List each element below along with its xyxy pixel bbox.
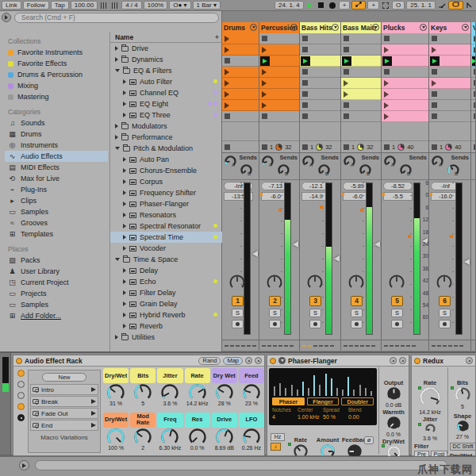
- dc-shift-button[interactable]: DC Shift: [450, 443, 476, 451]
- sidebar-item-clips[interactable]: ▸Clips: [5, 195, 108, 206]
- new-plus-button[interactable]: +: [367, 1, 379, 10]
- clip-slot[interactable]: [300, 111, 340, 122]
- arm-button[interactable]: [351, 320, 363, 328]
- volume-fader-handle[interactable]: [334, 255, 340, 262]
- rand-button[interactable]: Rand: [198, 357, 221, 365]
- sidebar-item-audio-effects[interactable]: ∿Audio Effects: [5, 151, 108, 162]
- track-header[interactable]: Bass Hits: [300, 22, 340, 33]
- clip-slot[interactable]: [382, 100, 428, 111]
- clip-slot[interactable]: [300, 89, 340, 100]
- link-button[interactable]: Link: [2, 1, 21, 10]
- sidebar-item-current-project[interactable]: ◳Current Project: [5, 277, 108, 288]
- tree-item-phaser-flanger[interactable]: Phaser-Flanger: [110, 198, 222, 209]
- send-b-knob[interactable]: [317, 163, 331, 177]
- save-preset-icon[interactable]: [255, 357, 262, 364]
- sidebar-item-templates[interactable]: ⊞Templates: [5, 228, 108, 240]
- track-menu-icon[interactable]: [372, 24, 379, 31]
- tree-item-corpus[interactable]: Corpus: [110, 176, 222, 187]
- device-on-led[interactable]: [16, 358, 22, 364]
- track-menu-icon[interactable]: [290, 24, 298, 31]
- volume-field[interactable]: -5.5: [383, 192, 413, 201]
- tree-item-resonators[interactable]: Resonators: [110, 209, 222, 221]
- clip-slot[interactable]: [429, 89, 470, 100]
- pan-knob[interactable]: [228, 274, 246, 291]
- macro-knob-feed[interactable]: Feed23 %: [239, 368, 264, 411]
- show-chains-icon[interactable]: [17, 392, 25, 399]
- record-button[interactable]: [328, 1, 337, 10]
- overdub-plus-button[interactable]: +: [339, 1, 351, 10]
- sidebar-item-packs[interactable]: ▧Packs: [5, 255, 108, 266]
- nudge-down-icon[interactable]: [99, 1, 109, 10]
- track-menu-icon[interactable]: [332, 24, 339, 31]
- track-activator-button[interactable]: 6: [439, 296, 451, 306]
- time-signature-field[interactable]: 4 / 4: [121, 1, 142, 10]
- clip-slot[interactable]: [341, 100, 381, 111]
- macro-knob[interactable]: [188, 428, 207, 447]
- nudge-up-icon[interactable]: [110, 1, 120, 10]
- show-macros-icon[interactable]: [17, 381, 25, 388]
- macro-knob-rate[interactable]: Rate14.2 kHz: [185, 368, 210, 411]
- clip-slot[interactable]: [382, 33, 428, 44]
- quantization-menu[interactable]: 1 Bar ▾: [193, 1, 221, 10]
- stop-all-clips-icon[interactable]: [344, 144, 349, 150]
- stop-all-clips-icon[interactable]: [432, 144, 437, 150]
- phaser-knob-warmth[interactable]: Warmth0.0 %: [380, 409, 407, 437]
- send-a-knob[interactable]: [343, 155, 356, 168]
- arm-button[interactable]: [269, 320, 281, 328]
- track-header[interactable]: Plucks: [382, 22, 428, 33]
- macro-knob-bits[interactable]: Bits5: [130, 368, 155, 411]
- sidebar-item-mixing[interactable]: Mixing: [5, 80, 108, 91]
- collapsed-arrow-icon[interactable]: [115, 46, 118, 51]
- collapsed-arrow-icon[interactable]: [115, 135, 118, 140]
- sidebar-item-user-library[interactable]: ♟User Library: [5, 266, 108, 277]
- solo-button[interactable]: S: [232, 309, 244, 317]
- track-menu-icon[interactable]: [420, 24, 427, 31]
- track-header[interactable]: Keys: [429, 22, 470, 33]
- capture-midi-button[interactable]: O: [392, 1, 405, 10]
- arm-button[interactable]: [232, 320, 244, 328]
- clip-slot[interactable]: [471, 89, 475, 100]
- device-on-led[interactable]: [414, 358, 420, 364]
- sidebar-item-grooves[interactable]: ≈Grooves: [5, 217, 108, 228]
- collapsed-arrow-icon[interactable]: [123, 268, 126, 273]
- pan-knob[interactable]: [266, 274, 283, 291]
- redux-knob-jitter[interactable]: Jitter3.6 %: [416, 416, 443, 441]
- send-a-knob[interactable]: [301, 155, 315, 168]
- sidebar-item-add-folder-[interactable]: ⊞Add Folder...: [5, 310, 108, 321]
- variation-row-break[interactable]: Break: [30, 396, 98, 407]
- tree-item-hybrid-reverb[interactable]: Hybrid Reverb: [110, 309, 222, 321]
- solo-button[interactable]: S: [391, 309, 403, 317]
- launch-variation-icon[interactable]: [91, 411, 96, 416]
- stop-button[interactable]: [317, 1, 326, 10]
- send-b-knob[interactable]: [240, 163, 253, 177]
- sidebar-item-max-for-live[interactable]: ⟲Max for Live: [5, 173, 108, 184]
- tree-item-time-space[interactable]: Time & Space: [110, 254, 222, 265]
- macro-knob[interactable]: [106, 383, 125, 402]
- map-button[interactable]: Map: [223, 357, 243, 365]
- arm-button[interactable]: [439, 320, 451, 328]
- tree-item-eq-eight[interactable]: EQ Eight: [110, 98, 222, 109]
- macro-knob-dry-wet[interactable]: Dry/Wet31 %: [103, 368, 129, 411]
- send-a-knob[interactable]: [224, 155, 237, 168]
- collapsed-arrow-icon[interactable]: [123, 213, 126, 217]
- tree-item-filter-delay[interactable]: Filter Delay: [110, 287, 222, 298]
- collapsed-arrow-icon[interactable]: [123, 246, 126, 251]
- clip-slot[interactable]: [259, 111, 299, 122]
- arm-button[interactable]: [391, 320, 403, 328]
- tap-tempo-button[interactable]: Tap: [51, 1, 69, 10]
- arrangement-position-field[interactable]: 24. 1. 4: [274, 1, 304, 10]
- collapsed-arrow-icon[interactable]: [123, 79, 126, 84]
- tempo-field[interactable]: 100.00: [71, 1, 98, 10]
- clip-slot[interactable]: [300, 44, 340, 56]
- macro-knob[interactable]: [160, 428, 179, 447]
- redux-title-bar[interactable]: Redux: [412, 355, 475, 367]
- track-activator-button[interactable]: 5: [391, 296, 403, 306]
- tree-item-dynamics[interactable]: Dynamics: [110, 54, 222, 65]
- follow-button[interactable]: Follow: [23, 1, 49, 10]
- knob[interactable]: [424, 423, 436, 435]
- track-activator-button[interactable]: 3: [309, 296, 321, 306]
- macro-knob-dry-wet[interactable]: Dry/Wet100 %: [103, 413, 129, 455]
- play-button[interactable]: [305, 1, 315, 10]
- tree-item-frequency-shifter[interactable]: Frequency Shifter: [110, 187, 222, 198]
- macro-knob[interactable]: [133, 383, 152, 402]
